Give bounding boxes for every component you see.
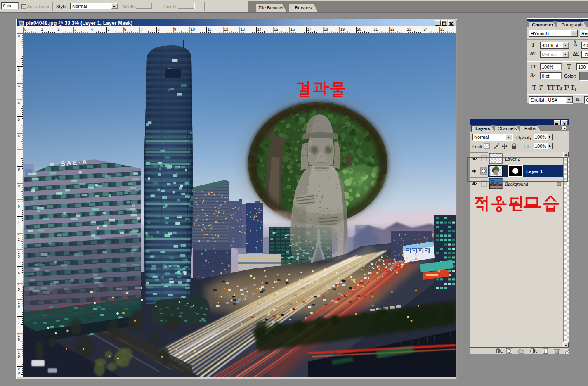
svg-text:21: 21 [374,27,378,31]
svg-text:7: 7 [18,321,20,325]
svg-text:2: 2 [58,27,60,31]
svg-text:2: 2 [18,237,20,242]
svg-text:20: 20 [357,27,361,31]
svg-text:9: 9 [174,27,176,31]
svg-text:14: 14 [257,27,261,31]
svg-text:1: 1 [41,27,43,31]
svg-text:0: 0 [18,371,20,375]
svg-text:0: 0 [24,27,26,31]
svg-text:1: 1 [18,221,20,225]
svg-text:7: 7 [18,151,20,155]
svg-text:4: 4 [18,101,20,105]
svg-text:3: 3 [18,84,20,88]
svg-text:17: 17 [307,27,311,31]
svg-text:9: 9 [18,184,20,188]
svg-text:4: 4 [91,27,93,31]
svg-text:0: 0 [18,204,20,208]
svg-text:5: 5 [18,287,20,291]
svg-text:3: 3 [18,254,20,258]
svg-text:2: 2 [18,67,20,71]
svg-text:6: 6 [124,27,126,31]
svg-text:19: 19 [340,27,345,31]
svg-text:8: 8 [18,337,20,341]
svg-text:12: 12 [224,27,228,31]
svg-text:6: 6 [18,304,20,308]
svg-text:23: 23 [407,27,411,31]
svg-text:22: 22 [390,27,394,31]
svg-text:11: 11 [207,27,211,31]
svg-text:9: 9 [18,354,20,358]
svg-text:24: 24 [424,27,428,31]
svg-text:3: 3 [74,27,76,31]
svg-text:5: 5 [18,117,20,121]
svg-text:1: 1 [18,51,20,55]
svg-text:25: 25 [440,27,444,31]
svg-text:4: 4 [18,271,20,275]
svg-text:16: 16 [290,27,295,31]
svg-text:8: 8 [158,27,160,31]
svg-text:10: 10 [191,27,195,31]
svg-text:0: 0 [18,34,20,38]
svg-text:13: 13 [241,27,245,31]
svg-text:15: 15 [274,27,278,31]
svg-text:5: 5 [108,27,110,31]
svg-text:18: 18 [324,27,328,31]
svg-text:6: 6 [18,134,20,138]
svg-text:7: 7 [141,27,143,31]
svg-text:8: 8 [18,167,20,171]
